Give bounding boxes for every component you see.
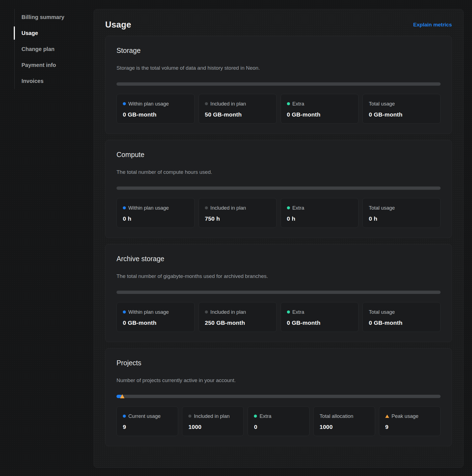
stat-box-total-usage: Total usage 0 GB-month (362, 302, 441, 332)
green-dot-icon (287, 102, 290, 105)
stat-value: 0 h (287, 215, 352, 222)
stat-label: Included in plan (205, 204, 270, 211)
stat-label: Peak usage (385, 413, 434, 420)
peak-usage-marker-icon (120, 394, 124, 398)
stat-box-extra: Extra 0 GB-month (281, 94, 359, 124)
gray-dot-icon (205, 310, 208, 313)
compute-usage-progress-bar (116, 186, 441, 190)
card-description: Storage is the total volume of data and … (116, 65, 441, 71)
stat-box-current-usage: Current usage 9 (116, 406, 178, 436)
blue-dot-icon (123, 102, 126, 105)
stat-label: Total allocation (320, 413, 369, 420)
green-dot-icon (254, 415, 257, 418)
stat-value: 0 h (369, 215, 434, 222)
stat-label: Within plan usage (123, 309, 188, 315)
stat-label: Extra (287, 100, 352, 107)
stat-value: 0 GB-month (123, 320, 188, 326)
stat-box-total-usage: Total usage 0 h (362, 198, 441, 228)
explain-metrics-link[interactable]: Explain metrics (413, 22, 452, 28)
panel-header: Usage Explain metrics (105, 20, 452, 30)
stat-label: Within plan usage (123, 100, 188, 107)
stat-label: Within plan usage (123, 204, 188, 211)
archive-storage-card: Archive storage The total number of giga… (105, 244, 452, 342)
stat-box-total-allocation: Total allocation 1000 (313, 406, 375, 436)
stat-box-included-in-plan: Included in plan 1000 (182, 406, 244, 436)
stat-value: 750 h (205, 215, 270, 222)
stat-box-extra: Extra 0 (248, 406, 309, 436)
stat-value: 0 GB-month (369, 111, 434, 118)
stat-label: Included in plan (205, 309, 270, 315)
stat-box-within-plan-usage: Within plan usage 0 GB-month (116, 94, 195, 124)
stat-label: Included in plan (205, 100, 270, 107)
card-description: Number of projects currently active in y… (116, 377, 441, 384)
stat-value: 9 (385, 424, 434, 430)
gray-dot-icon (188, 415, 191, 418)
stat-box-extra: Extra 0 h (281, 198, 359, 228)
stat-value: 1000 (320, 424, 369, 430)
stat-value: 9 (123, 424, 172, 430)
card-description: The total number of compute hours used. (116, 169, 441, 175)
blue-dot-icon (123, 415, 126, 418)
archive-usage-progress-bar (116, 291, 441, 294)
peak-triangle-icon (385, 415, 389, 418)
stat-label: Extra (254, 413, 303, 420)
sidebar-item-invoices[interactable]: Invoices (15, 73, 94, 89)
stat-value: 0 GB-month (369, 320, 434, 326)
billing-nav: Billing summary Usage Change plan Paymen… (14, 9, 94, 89)
storage-card: Storage Storage is the total volume of d… (105, 36, 452, 134)
stat-box-peak-usage: Peak usage 9 (379, 406, 441, 436)
sidebar-item-payment-info[interactable]: Payment info (15, 57, 94, 73)
stat-value: 0 GB-month (123, 111, 188, 118)
stat-value: 0 h (123, 215, 188, 222)
card-title: Compute (116, 151, 441, 159)
projects-usage-progress-bar (116, 395, 441, 398)
sidebar-item-billing-summary[interactable]: Billing summary (15, 9, 94, 25)
stat-box-included-in-plan: Included in plan 750 h (199, 198, 277, 228)
stat-box-included-in-plan: Included in plan 250 GB-month (199, 302, 277, 332)
stat-box-extra: Extra 0 GB-month (281, 302, 359, 332)
stat-label: Total usage (369, 309, 434, 315)
blue-dot-icon (123, 206, 126, 209)
stat-label: Included in plan (188, 413, 237, 420)
stat-label: Total usage (369, 100, 434, 107)
card-title: Archive storage (116, 255, 441, 263)
storage-usage-progress-bar (116, 82, 441, 86)
stats-row: Current usage 9 Included in plan 1000 Ex… (116, 406, 441, 436)
gray-dot-icon (205, 102, 208, 105)
stat-value: 1000 (188, 424, 237, 430)
stats-row: Within plan usage 0 GB-month Included in… (116, 302, 441, 332)
stat-label: Current usage (123, 413, 172, 420)
stat-box-included-in-plan: Included in plan 50 GB-month (199, 94, 277, 124)
projects-card: Projects Number of projects currently ac… (105, 348, 452, 446)
green-dot-icon (287, 310, 290, 313)
card-title: Storage (116, 47, 441, 55)
stats-row: Within plan usage 0 GB-month Included in… (116, 94, 441, 124)
usage-panel: Usage Explain metrics Storage Storage is… (94, 9, 463, 468)
gray-dot-icon (205, 206, 208, 209)
stat-value: 250 GB-month (205, 320, 270, 326)
stats-row: Within plan usage 0 h Included in plan 7… (116, 198, 441, 228)
billing-page: Billing summary Usage Change plan Paymen… (0, 0, 472, 476)
compute-card: Compute The total number of compute hour… (105, 140, 452, 238)
stat-label: Extra (287, 204, 352, 211)
sidebar-item-usage[interactable]: Usage (15, 25, 94, 41)
stat-box-within-plan-usage: Within plan usage 0 h (116, 198, 195, 228)
page-title: Usage (105, 20, 131, 30)
stat-box-total-usage: Total usage 0 GB-month (362, 94, 441, 124)
card-title: Projects (116, 359, 441, 367)
sidebar-item-change-plan[interactable]: Change plan (15, 41, 94, 57)
blue-dot-icon (123, 310, 126, 313)
sidebar: Billing summary Usage Change plan Paymen… (0, 9, 94, 476)
stat-label: Total usage (369, 204, 434, 211)
stat-value: 0 (254, 424, 303, 430)
card-description: The total number of gigabyte-months used… (116, 273, 441, 280)
stat-value: 50 GB-month (205, 111, 270, 118)
stat-value: 0 GB-month (287, 320, 352, 326)
stat-value: 0 GB-month (287, 111, 352, 118)
stat-label: Extra (287, 309, 352, 315)
stat-box-within-plan-usage: Within plan usage 0 GB-month (116, 302, 195, 332)
green-dot-icon (287, 206, 290, 209)
